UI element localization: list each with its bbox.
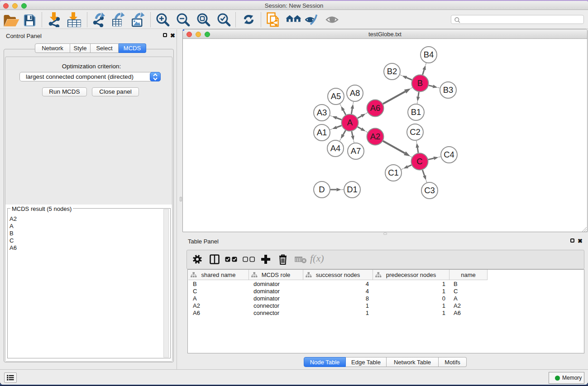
svg-text:A1: A1 [317,128,327,137]
svg-text:A6: A6 [370,103,381,113]
svg-text:A8: A8 [350,88,360,98]
svg-text:B: B [417,78,423,88]
svg-text:C3: C3 [424,186,435,195]
svg-text:A2: A2 [370,132,381,141]
svg-text:C: C [416,157,422,166]
svg-text:C2: C2 [410,127,421,137]
svg-text:C4: C4 [444,150,454,159]
svg-text:B4: B4 [424,50,434,59]
svg-text:B2: B2 [387,67,397,76]
svg-text:A: A [347,118,353,127]
svg-text:A7: A7 [351,146,361,156]
svg-text:A4: A4 [330,143,341,153]
svg-text:B1: B1 [411,107,421,117]
svg-text:C1: C1 [388,168,399,177]
svg-text:A5: A5 [331,91,341,101]
svg-text:D1: D1 [347,185,358,194]
svg-text:D: D [319,185,325,194]
svg-text:B3: B3 [443,85,454,95]
svg-text:A3: A3 [317,108,327,117]
